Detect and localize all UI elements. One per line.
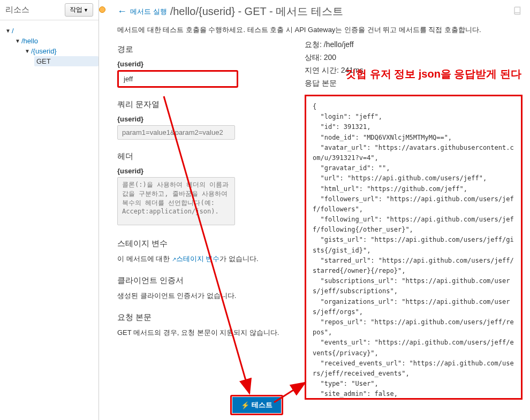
userid-input[interactable]: [119, 72, 237, 86]
tree-root[interactable]: ▼ /: [5, 26, 99, 36]
stage-text-pre: 이 메서드에 대한: [117, 255, 172, 263]
tree-toggle-icon: ▼: [25, 48, 31, 54]
body-text: GET 메서드의 경우, 요청 본문이 지원되지 않습니다.: [117, 328, 298, 338]
test-button[interactable]: ⚡ 테스트: [232, 397, 281, 413]
tree-toggle-icon: ▼: [15, 38, 21, 44]
stage-text: 이 메서드에 대한 ↗스테이지 변수가 없습니다.: [117, 254, 298, 264]
breadcrumb-link[interactable]: 메서드 실행: [130, 7, 167, 17]
caret-down-icon: ▼: [84, 7, 88, 13]
tree-selected-label: GET: [34, 56, 99, 66]
latency-label: 지연 시간:: [305, 66, 341, 74]
cert-text: 생성된 클라이언트 인증서가 없습니다.: [117, 291, 298, 301]
tree-get-method[interactable]: GET: [5, 56, 99, 66]
test-button-label: 테스트: [252, 400, 272, 410]
sidebar-title: 리소스: [5, 5, 29, 15]
stage-text-post: 가 없습니다.: [219, 255, 258, 263]
query-input[interactable]: [117, 125, 235, 140]
annotation-highlight-test-button: ⚡ 테스트: [230, 395, 283, 415]
stage-heading: 스테이지 변수: [117, 239, 298, 249]
sidebar-header: 리소스 작업 ▼: [0, 0, 99, 20]
book-icon[interactable]: [513, 6, 523, 17]
resource-tree: ▼ / ▼ /hello ▼ /{userid} GET: [0, 20, 99, 66]
request-config-column: 경로 {userid} 쿼리 문자열 {userid} 헤더 {userid} …: [117, 40, 305, 400]
request-info: 요청: /hello/jeff: [305, 40, 523, 50]
stage-variables-link[interactable]: 스테이지 변수: [176, 255, 220, 263]
request-label: 요청:: [305, 40, 324, 49]
headers-heading: 헤더: [117, 151, 298, 162]
actions-label: 작업: [70, 5, 82, 14]
query-label: {userid}: [117, 115, 298, 123]
tree-label: /{userid}: [31, 47, 57, 55]
headers-label: {userid}: [117, 167, 298, 175]
query-heading: 쿼리 문자열: [117, 100, 298, 110]
external-link-icon: ↗: [172, 256, 176, 262]
annotation-text: 깃헙 유저 정보 json을 응답받게 된다: [345, 67, 521, 81]
status-info: 상태: 200: [305, 53, 523, 63]
path-heading: 경로: [117, 44, 298, 55]
response-body-box: { "login": "jeff", "id": 391321, "node_i…: [305, 95, 523, 400]
beacon-indicator-icon: [99, 6, 105, 13]
lightning-bolt-icon: ⚡: [241, 401, 249, 409]
request-value: /hello/jeff: [324, 40, 354, 49]
sidebar: 리소스 작업 ▼ ▼ / ▼ /hello ▼ /{userid} GET: [0, 0, 99, 420]
tree-toggle-icon: ▼: [5, 28, 12, 34]
status-label: 상태:: [305, 53, 324, 62]
body-heading: 요청 본문: [117, 312, 298, 323]
headers-textarea[interactable]: [117, 177, 235, 225]
actions-dropdown-button[interactable]: 작업 ▼: [65, 3, 93, 17]
annotation-highlight-userid: [117, 70, 238, 88]
main-content: ← 메서드 실행 /hello/{userid} - GET - 메서드 테스트…: [110, 0, 530, 420]
response-column: 요청: /hello/jeff 상태: 200 지연 시간: 241ms 응답 …: [305, 40, 523, 400]
tree-label: /hello: [21, 37, 38, 45]
back-arrow-icon[interactable]: ←: [117, 6, 127, 17]
breadcrumb: ← 메서드 실행 /hello/{userid} - GET - 메서드 테스트: [117, 4, 523, 19]
tree-userid[interactable]: ▼ /{userid}: [5, 46, 99, 56]
cert-heading: 클라이언트 인증서: [117, 276, 298, 286]
status-value: 200: [324, 53, 336, 62]
tree-hello[interactable]: ▼ /hello: [5, 36, 99, 46]
path-param-label: {userid}: [117, 60, 298, 68]
page-title: /hello/{userid} - GET - 메서드 테스트: [170, 4, 510, 19]
tree-label: /: [12, 27, 14, 35]
method-description: 메서드에 대한 테스트 호출을 수행하세요. 테스트 호출 시 API Gate…: [117, 25, 523, 35]
